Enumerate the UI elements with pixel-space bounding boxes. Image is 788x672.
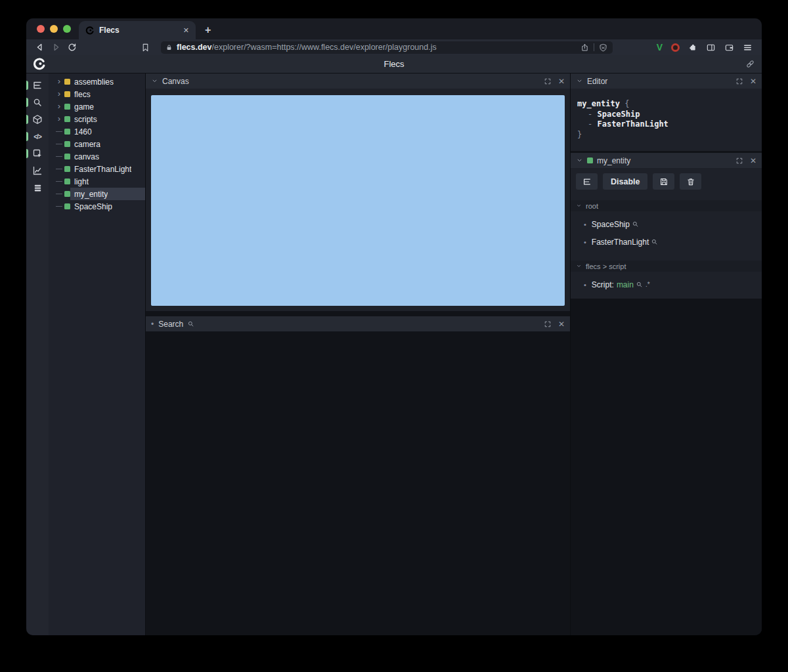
- page-title: Flecs: [26, 59, 762, 69]
- panel-gap: [146, 311, 570, 316]
- zoom-window-button[interactable]: [63, 25, 71, 33]
- chevron-down-icon[interactable]: [151, 77, 158, 85]
- search-icon[interactable]: [651, 238, 658, 245]
- chevron-right-icon[interactable]: ›: [54, 78, 64, 85]
- search-icon[interactable]: [632, 220, 639, 228]
- nav-archetypes-button[interactable]: [26, 179, 49, 196]
- tree-item-light[interactable]: light: [49, 175, 145, 188]
- tree-item-scripts[interactable]: ›scripts: [49, 113, 145, 125]
- entity-color-square: [64, 129, 70, 135]
- nav-code-button[interactable]: </>: [26, 128, 49, 145]
- tree-item-spaceship[interactable]: SpaceShip: [49, 200, 145, 213]
- chevron-right-icon[interactable]: ›: [54, 103, 64, 110]
- lock-icon: [165, 44, 173, 51]
- panel-title: Search: [158, 320, 183, 329]
- url-path: /explorer/?wasm=https://www.flecs.dev/ex…: [212, 43, 437, 52]
- tree-item-canvas[interactable]: canvas: [49, 150, 145, 163]
- section-header-flecs-script[interactable]: flecs > script: [571, 261, 762, 272]
- entity-color-square: [64, 178, 70, 184]
- tree-item-fasterthanlight[interactable]: FasterThanLight: [49, 163, 145, 175]
- entity-color-square: [64, 191, 70, 197]
- nav-outliner-button[interactable]: [26, 77, 49, 94]
- tree-item-assemblies[interactable]: ›assemblies: [49, 75, 145, 88]
- fullscreen-icon[interactable]: [735, 157, 743, 165]
- canvas-panel-header[interactable]: Canvas ✕: [146, 74, 570, 89]
- tree-item-1460[interactable]: 1460: [49, 125, 145, 138]
- close-panel-icon[interactable]: ✕: [750, 77, 756, 85]
- chevron-down-icon[interactable]: [576, 157, 583, 164]
- disable-button[interactable]: Disable: [603, 173, 647, 190]
- forward-button[interactable]: [48, 41, 64, 54]
- fullscreen-icon[interactable]: [735, 77, 743, 85]
- main-column: Canvas ✕ • Search ✕: [145, 74, 570, 635]
- address-bar[interactable]: flecs.dev /explorer/?wasm=https://www.fl…: [161, 41, 613, 54]
- nav-search-button[interactable]: [26, 94, 49, 111]
- tree-item-my-entity[interactable]: my_entity: [49, 188, 145, 200]
- right-column: Editor ✕ my_entity { - SpaceShip - Faste…: [570, 74, 762, 635]
- nav-entities-button[interactable]: [26, 111, 49, 128]
- stats-chart-icon: [32, 165, 43, 176]
- close-panel-icon[interactable]: ✕: [558, 320, 565, 328]
- active-indicator: [26, 81, 28, 90]
- minimize-window-button[interactable]: [50, 25, 58, 33]
- chevron-right-icon[interactable]: ›: [54, 116, 64, 123]
- entity-color-square: [64, 141, 70, 147]
- nav-inspector-button[interactable]: [26, 145, 49, 162]
- vue-devtools-extension-icon[interactable]: V: [657, 42, 663, 52]
- bullet-icon: •: [584, 238, 586, 246]
- fullscreen-icon[interactable]: [544, 320, 552, 328]
- panel-title: my_entity: [597, 156, 630, 165]
- search-icon[interactable]: [636, 281, 643, 288]
- collapsed-dot-icon[interactable]: •: [151, 320, 154, 329]
- tree-item-camera[interactable]: camera: [49, 138, 145, 150]
- entity-color-square: [64, 203, 70, 209]
- render-canvas[interactable]: [151, 95, 565, 306]
- address-bar-actions: [580, 43, 607, 52]
- tab-close-icon[interactable]: ✕: [183, 26, 189, 35]
- section-header-root[interactable]: root: [571, 200, 762, 211]
- leaf-dash: [54, 194, 64, 195]
- back-button[interactable]: [32, 41, 48, 54]
- tree-item-game[interactable]: ›game: [49, 100, 145, 113]
- leaf-dash: [54, 169, 64, 170]
- close-window-button[interactable]: [37, 25, 45, 33]
- adblock-extension-icon[interactable]: [671, 43, 680, 52]
- save-button[interactable]: [653, 173, 674, 190]
- browser-window: Flecs ✕ + flecs.dev /explorer/?wasm=http…: [26, 18, 762, 635]
- entity-panel-header[interactable]: my_entity ✕: [571, 153, 762, 168]
- browser-tab[interactable]: Flecs ✕: [79, 21, 196, 39]
- extensions-puzzle-icon[interactable]: [688, 43, 697, 52]
- delete-button[interactable]: [680, 173, 701, 190]
- active-indicator: [26, 149, 28, 158]
- share-button[interactable]: [580, 43, 589, 52]
- share-link-icon[interactable]: [745, 59, 755, 69]
- nav-stats-button[interactable]: [26, 162, 49, 179]
- browser-toolbar: flecs.dev /explorer/?wasm=https://www.fl…: [26, 39, 762, 55]
- tree-item-flecs[interactable]: ›flecs: [49, 88, 145, 100]
- close-panel-icon[interactable]: ✕: [558, 77, 565, 85]
- bookmark-icon[interactable]: [137, 41, 153, 54]
- wallet-icon[interactable]: [724, 43, 734, 52]
- fullscreen-icon[interactable]: [544, 77, 552, 85]
- shield-button[interactable]: [599, 43, 607, 52]
- code-editor[interactable]: my_entity { - SpaceShip - FasterThanLigh…: [571, 89, 762, 151]
- script-value: main: [617, 280, 634, 289]
- archetypes-icon: [33, 183, 43, 193]
- side-panel-icon[interactable]: [706, 43, 716, 52]
- window-controls: [26, 18, 71, 39]
- search-icon: [32, 97, 43, 108]
- entity-panel-body: Disable root • SpaceShip: [571, 168, 762, 299]
- search-panel-header[interactable]: • Search ✕: [146, 316, 570, 331]
- inspector-icon: [32, 148, 43, 159]
- close-panel-icon[interactable]: ✕: [750, 157, 756, 165]
- menu-icon[interactable]: [743, 43, 753, 52]
- chevron-right-icon[interactable]: ›: [54, 91, 64, 98]
- editor-panel-header[interactable]: Editor ✕: [571, 74, 762, 89]
- entity-color-square: [64, 166, 70, 172]
- reload-button[interactable]: [64, 41, 79, 54]
- new-tab-button[interactable]: +: [205, 24, 211, 39]
- active-indicator: [26, 98, 28, 107]
- chevron-down-icon[interactable]: [576, 77, 583, 85]
- expr-suffix: .*: [646, 281, 650, 288]
- tree-view-button[interactable]: [576, 173, 598, 190]
